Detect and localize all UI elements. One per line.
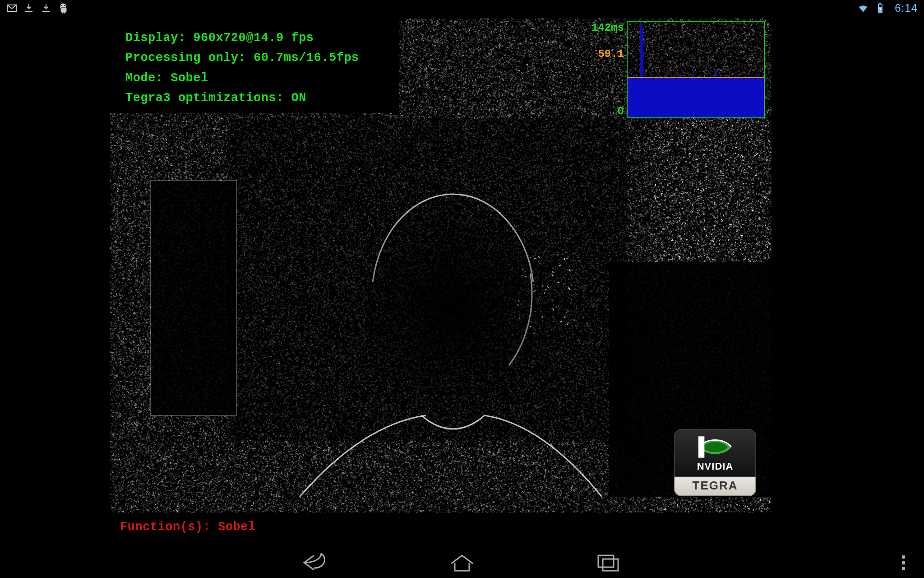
download-icon xyxy=(41,3,51,14)
svg-rect-9 xyxy=(698,436,704,457)
svg-rect-2 xyxy=(42,11,50,12)
perf-zero-label: 0 xyxy=(618,105,624,117)
svg-rect-10 xyxy=(598,555,614,567)
status-bar-right: 6:14 xyxy=(858,2,918,14)
perf-avg-label: 59.1 xyxy=(598,48,624,81)
tegra-sub-text: TEGRA xyxy=(693,479,738,492)
nvidia-tegra-badge: NVIDIA TEGRA xyxy=(674,429,756,496)
perf-graph-avg-line xyxy=(628,77,764,78)
svg-rect-11 xyxy=(603,559,618,571)
svg-rect-1 xyxy=(25,11,32,12)
battery-charging-icon xyxy=(875,3,886,14)
nvidia-badge-bottom: TEGRA xyxy=(674,477,756,496)
function-line: Function(s): Sobel xyxy=(120,520,256,534)
hud-line-mode: Mode: Sobel xyxy=(125,71,208,85)
svg-point-4 xyxy=(64,5,65,6)
perf-graph-bars xyxy=(628,22,764,117)
nvidia-brand-text: NVIDIA xyxy=(697,461,734,472)
android-status-bar: 6:14 xyxy=(0,0,924,16)
nav-back-button[interactable] xyxy=(301,553,330,573)
perf-graph: 142ms 59.1 0 xyxy=(591,21,765,118)
nvidia-eye-icon xyxy=(698,436,732,458)
nav-home-button[interactable] xyxy=(448,553,476,573)
camera-viewport[interactable]: Display: 960x720@14.9 fps Processing onl… xyxy=(110,18,772,513)
hud-line-display: Display: 960x720@14.9 fps xyxy=(125,31,314,45)
hud-line-optimizations: Tegra3 optimizations: ON xyxy=(125,91,306,105)
android-nav-bar xyxy=(0,547,924,578)
perf-graph-y-labels: 142ms 59.1 0 xyxy=(591,21,627,118)
svg-rect-6 xyxy=(879,3,881,4)
status-bar-clock: 6:14 xyxy=(895,2,918,14)
wifi-icon xyxy=(858,3,869,14)
status-bar-left xyxy=(6,3,69,14)
hud-line-processing: Processing only: 60.7ms/16.5fps xyxy=(125,51,359,65)
perf-graph-box xyxy=(627,21,765,118)
nvidia-badge-top: NVIDIA xyxy=(674,429,756,477)
hud-info-box: Display: 960x720@14.9 fps Processing onl… xyxy=(118,23,366,112)
gmail-icon xyxy=(6,3,17,14)
android-icon xyxy=(58,3,69,14)
nav-recent-apps-button[interactable] xyxy=(594,553,623,573)
perf-max-label: 142ms xyxy=(591,22,624,34)
svg-point-3 xyxy=(61,5,62,6)
nav-menu-button[interactable] xyxy=(902,555,905,570)
download-icon xyxy=(23,3,34,14)
